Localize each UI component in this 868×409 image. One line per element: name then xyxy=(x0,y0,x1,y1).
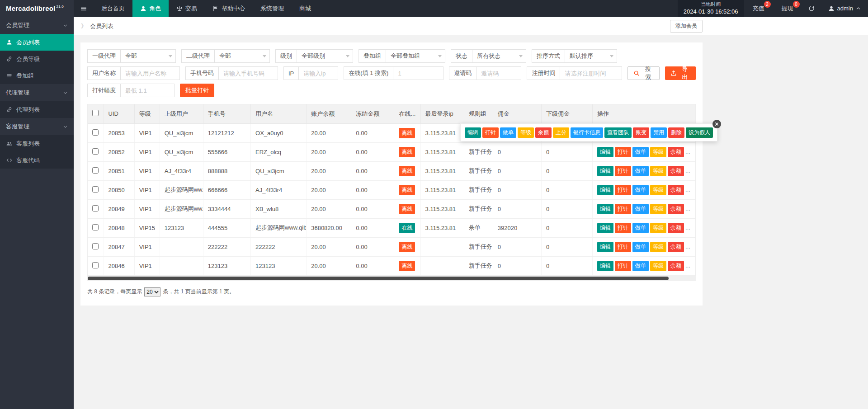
nav-withdraw-button[interactable]: 提现0 xyxy=(773,0,802,17)
row-checkbox[interactable] xyxy=(92,205,99,212)
filter-online-input[interactable] xyxy=(393,66,443,80)
action-level-button[interactable]: 等级 xyxy=(650,204,666,214)
sidebar-item-member-list[interactable]: 会员列表 xyxy=(0,34,74,51)
action-balance-button[interactable]: 余额 xyxy=(668,242,684,252)
popup-action-addscore-button[interactable]: 上分 xyxy=(553,127,569,138)
filter-phone-input[interactable] xyxy=(218,66,278,80)
filter-agent2-select[interactable]: 全部 xyxy=(214,49,270,63)
action-level-button[interactable]: 等级 xyxy=(650,185,666,195)
filter-agent1-select[interactable]: 全部 xyxy=(120,49,176,63)
popup-action-bankcard-button[interactable]: 银行卡信息 xyxy=(571,127,603,138)
batch-needle-button[interactable]: 批量打针 xyxy=(180,84,214,97)
action-needle-button[interactable]: 打针 xyxy=(615,204,631,214)
nav-item-trade[interactable]: 交易 xyxy=(169,0,205,17)
more-actions-button[interactable]: ... xyxy=(685,262,690,269)
sidebar-item-agent-list[interactable]: 代理列表 xyxy=(0,101,74,118)
popup-action-edit-button[interactable]: 编辑 xyxy=(465,127,481,138)
sidebar-toggle-button[interactable] xyxy=(74,0,94,17)
action-balance-button[interactable]: 余额 xyxy=(668,223,684,233)
action-edit-button[interactable]: 编辑 xyxy=(597,166,613,176)
per-page-select[interactable]: 20 xyxy=(144,287,160,296)
popup-action-changes-button[interactable]: 账变 xyxy=(633,127,649,138)
action-needle-button[interactable]: 打针 xyxy=(615,185,631,195)
more-actions-button[interactable]: ... xyxy=(685,205,690,212)
more-actions-button[interactable]: ... xyxy=(685,186,690,193)
horizontal-scrollbar[interactable] xyxy=(87,276,696,281)
filter-ip-input[interactable] xyxy=(298,66,338,80)
row-checkbox[interactable] xyxy=(92,186,99,193)
action-level-button[interactable]: 等级 xyxy=(650,223,666,233)
needle-range-input[interactable] xyxy=(120,84,175,97)
action-order-button[interactable]: 做单 xyxy=(632,204,649,214)
sidebar-item-service-code[interactable]: 客服代码 xyxy=(0,152,74,169)
more-actions-button[interactable]: ... xyxy=(685,224,690,231)
action-balance-button[interactable]: 余额 xyxy=(668,147,684,157)
add-member-button[interactable]: 添加会员 xyxy=(670,20,703,33)
filter-status-select[interactable]: 所有状态 xyxy=(472,49,526,63)
action-needle-button[interactable]: 打针 xyxy=(615,147,631,157)
popup-action-delete-button[interactable]: 删除 xyxy=(668,127,684,138)
sidebar-group-agent-mgmt[interactable]: 代理管理 xyxy=(0,84,74,101)
export-button[interactable]: 导 出 xyxy=(665,66,696,80)
sidebar-group-member-mgmt[interactable]: 会员管理 xyxy=(0,17,74,34)
action-needle-button[interactable]: 打针 xyxy=(615,261,631,271)
action-order-button[interactable]: 做单 xyxy=(632,261,649,271)
action-balance-button[interactable]: 余额 xyxy=(668,185,684,195)
action-level-button[interactable]: 等级 xyxy=(650,242,666,252)
popup-action-level-button[interactable]: 等级 xyxy=(518,127,534,138)
popup-action-team-button[interactable]: 查看团队 xyxy=(604,127,632,138)
action-edit-button[interactable]: 编辑 xyxy=(597,261,613,271)
popup-action-disable-button[interactable]: 禁用 xyxy=(651,127,667,138)
search-button[interactable]: 搜 索 xyxy=(627,66,659,80)
row-checkbox[interactable] xyxy=(92,129,99,136)
more-actions-button[interactable]: ... xyxy=(685,167,690,174)
action-needle-button[interactable]: 打针 xyxy=(615,166,631,176)
more-actions-button[interactable]: ... xyxy=(685,243,690,250)
scrollbar-thumb[interactable] xyxy=(88,277,669,280)
nav-item-help[interactable]: 帮助中心 xyxy=(205,0,253,17)
row-checkbox[interactable] xyxy=(92,262,99,268)
action-level-button[interactable]: 等级 xyxy=(650,261,666,271)
sidebar-item-stack-group[interactable]: 叠加组 xyxy=(0,67,74,84)
row-checkbox[interactable] xyxy=(92,224,99,230)
action-needle-button[interactable]: 打针 xyxy=(615,223,631,233)
popup-close-button[interactable] xyxy=(712,120,721,128)
popup-action-order-button[interactable]: 做单 xyxy=(500,127,516,138)
filter-regtime-input[interactable] xyxy=(560,66,622,80)
nav-item-system[interactable]: 系统管理 xyxy=(253,0,292,17)
more-actions-button[interactable]: ... xyxy=(685,148,690,155)
action-edit-button[interactable]: 编辑 xyxy=(597,242,613,252)
filter-invite-input[interactable] xyxy=(476,66,521,80)
action-balance-button[interactable]: 余额 xyxy=(668,261,684,271)
nav-item-mall[interactable]: 商城 xyxy=(292,0,319,17)
action-order-button[interactable]: 做单 xyxy=(632,223,649,233)
filter-stack-select[interactable]: 全部叠加组 xyxy=(386,49,445,63)
action-balance-button[interactable]: 余额 xyxy=(668,166,684,176)
filter-username-input[interactable] xyxy=(120,66,180,80)
action-level-button[interactable]: 等级 xyxy=(650,166,666,176)
filter-sort-select[interactable]: 默认排序 xyxy=(565,49,617,63)
sidebar-item-member-level[interactable]: 会员等级 xyxy=(0,51,74,67)
popup-action-fake-button[interactable]: 设为假人 xyxy=(686,127,713,138)
nav-recharge-button[interactable]: 充值2 xyxy=(744,0,773,17)
admin-menu[interactable]: admin xyxy=(821,0,868,17)
action-needle-button[interactable]: 打针 xyxy=(615,242,631,252)
action-level-button[interactable]: 等级 xyxy=(650,147,666,157)
row-checkbox[interactable] xyxy=(92,148,99,155)
sidebar-item-service-list[interactable]: 客服列表 xyxy=(0,135,74,152)
select-all-checkbox[interactable] xyxy=(92,110,99,116)
action-edit-button[interactable]: 编辑 xyxy=(597,223,613,233)
action-edit-button[interactable]: 编辑 xyxy=(597,204,613,214)
action-order-button[interactable]: 做单 xyxy=(632,166,649,176)
action-edit-button[interactable]: 编辑 xyxy=(597,185,613,195)
action-order-button[interactable]: 做单 xyxy=(632,242,649,252)
popup-action-balance-button[interactable]: 余额 xyxy=(535,127,552,138)
action-edit-button[interactable]: 编辑 xyxy=(597,147,613,157)
action-balance-button[interactable]: 余额 xyxy=(668,204,684,214)
popup-action-needle-button[interactable]: 打针 xyxy=(482,127,499,138)
action-order-button[interactable]: 做单 xyxy=(632,147,649,157)
refresh-button[interactable] xyxy=(802,0,821,17)
row-checkbox[interactable] xyxy=(92,167,99,174)
nav-item-home[interactable]: 后台首页 xyxy=(94,0,132,17)
action-order-button[interactable]: 做单 xyxy=(632,185,649,195)
